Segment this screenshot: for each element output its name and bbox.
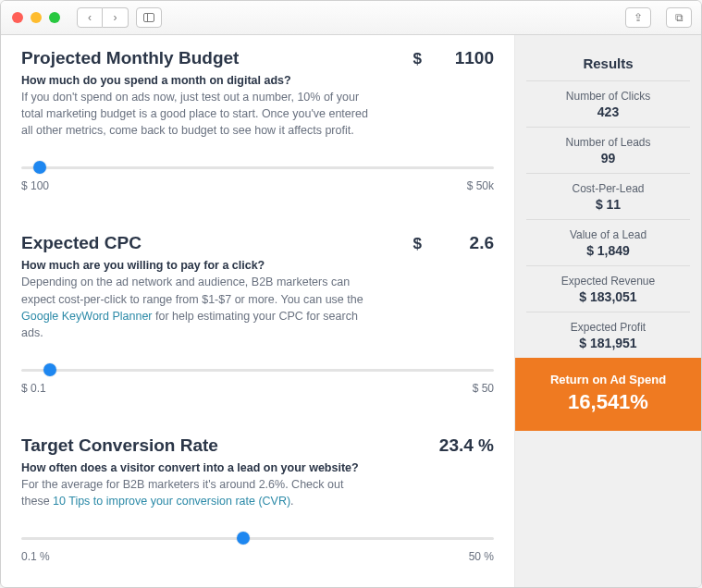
roas-value: 16,541% <box>523 390 694 414</box>
result-value: 99 <box>526 151 690 165</box>
chevron-left-icon: ‹ <box>88 11 92 24</box>
result-item: Expected Profit$ 181,951 <box>526 312 690 358</box>
cvr-slider-min: 0.1 % <box>21 550 50 563</box>
result-item: Value of a Lead$ 1,849 <box>526 219 690 265</box>
result-item: Number of Clicks423 <box>526 80 690 127</box>
result-label: Number of Clicks <box>526 90 690 103</box>
cvr-desc: For the average for B2B marketers it's a… <box>21 476 373 509</box>
cpc-title: Expected CPC <box>21 233 142 253</box>
cpc-slider-max: $ 50 <box>473 382 494 395</box>
result-value: $ 1,849 <box>526 243 690 258</box>
result-label: Value of a Lead <box>526 228 690 241</box>
budget-value: 1100 <box>444 48 494 68</box>
share-icon: ⇪ <box>634 11 643 24</box>
cpc-value: 2.6 <box>444 233 494 253</box>
cvr-slider[interactable] <box>21 532 494 545</box>
result-label: Number of Leads <box>526 136 690 149</box>
titlebar: ‹ › ⇪ ⧉ <box>1 1 701 35</box>
window-controls <box>12 12 60 23</box>
sidebar-icon <box>143 13 154 22</box>
result-value: $ 183,051 <box>526 289 690 304</box>
slider-thumb[interactable] <box>43 363 56 376</box>
cvr-value: 23.4 % <box>420 435 494 456</box>
results-title: Results <box>526 55 690 80</box>
cvr-slider-max: 50 % <box>469 550 494 563</box>
budget-title: Projected Monthly Budget <box>21 48 239 68</box>
link-cvr-tips[interactable]: 10 Tips to improve your conversion rate … <box>53 495 290 508</box>
close-icon[interactable] <box>12 12 23 23</box>
roas-label: Return on Ad Spend <box>523 373 694 386</box>
result-label: Expected Profit <box>526 321 690 334</box>
cpc-subhead: How much are you willing to pay for a cl… <box>21 259 494 272</box>
minimize-icon[interactable] <box>31 12 42 23</box>
budget-slider-max: $ 50k <box>467 179 494 192</box>
cpc-slider[interactable] <box>21 363 494 376</box>
budget-subhead: How much do you spend a month on digital… <box>21 74 494 87</box>
section-cvr: Target Conversion Rate 23.4 % How often … <box>21 435 494 563</box>
result-value: 423 <box>526 104 690 119</box>
result-value: $ 11 <box>526 197 690 212</box>
slider-thumb[interactable] <box>237 532 250 545</box>
cvr-subhead: How often does a visitor convert into a … <box>21 461 494 474</box>
budget-slider[interactable] <box>21 161 494 174</box>
back-button[interactable]: ‹ <box>77 7 103 28</box>
content-area: Projected Monthly Budget $ 1100 How much… <box>1 35 701 587</box>
budget-desc: If you don't spend on ads now, just test… <box>21 89 373 139</box>
slider-track <box>21 537 494 540</box>
tabs-icon: ⧉ <box>675 11 684 24</box>
maximize-icon[interactable] <box>49 12 60 23</box>
result-item: Cost-Per-Lead$ 11 <box>526 173 690 219</box>
chevron-right-icon: › <box>114 11 117 24</box>
section-budget: Projected Monthly Budget $ 1100 How much… <box>21 48 494 192</box>
results-panel: Results Number of Clicks423Number of Lea… <box>514 35 701 587</box>
result-label: Expected Revenue <box>526 275 690 288</box>
share-button[interactable]: ⇪ <box>625 7 651 28</box>
result-item: Number of Leads99 <box>526 127 690 173</box>
slider-track <box>21 166 494 169</box>
section-cpc: Expected CPC $ 2.6 How much are you will… <box>21 233 494 395</box>
sidebar-toggle-button[interactable] <box>136 7 162 28</box>
cpc-desc: Depending on the ad network and audience… <box>21 274 373 341</box>
result-label: Cost-Per-Lead <box>526 182 690 195</box>
link-keyword-planner[interactable]: Google KeyWord Planner <box>21 310 153 323</box>
tabs-button[interactable]: ⧉ <box>666 7 692 28</box>
main-column: Projected Monthly Budget $ 1100 How much… <box>1 35 514 587</box>
cpc-slider-min: $ 0.1 <box>21 382 46 395</box>
browser-window: ‹ › ⇪ ⧉ Projected Monthly Budget $ 1100 … <box>0 0 702 588</box>
result-value: $ 181,951 <box>526 336 690 350</box>
slider-track <box>21 369 494 372</box>
nav-buttons: ‹ › <box>77 7 129 28</box>
result-item: Expected Revenue$ 183,051 <box>526 265 690 312</box>
roas-box: Return on Ad Spend 16,541% <box>515 358 701 431</box>
budget-currency: $ <box>413 50 422 68</box>
slider-thumb[interactable] <box>33 161 46 174</box>
cpc-currency: $ <box>413 235 422 253</box>
forward-button[interactable]: › <box>103 7 129 28</box>
cvr-title: Target Conversion Rate <box>21 435 218 456</box>
budget-slider-min: $ 100 <box>21 179 49 192</box>
